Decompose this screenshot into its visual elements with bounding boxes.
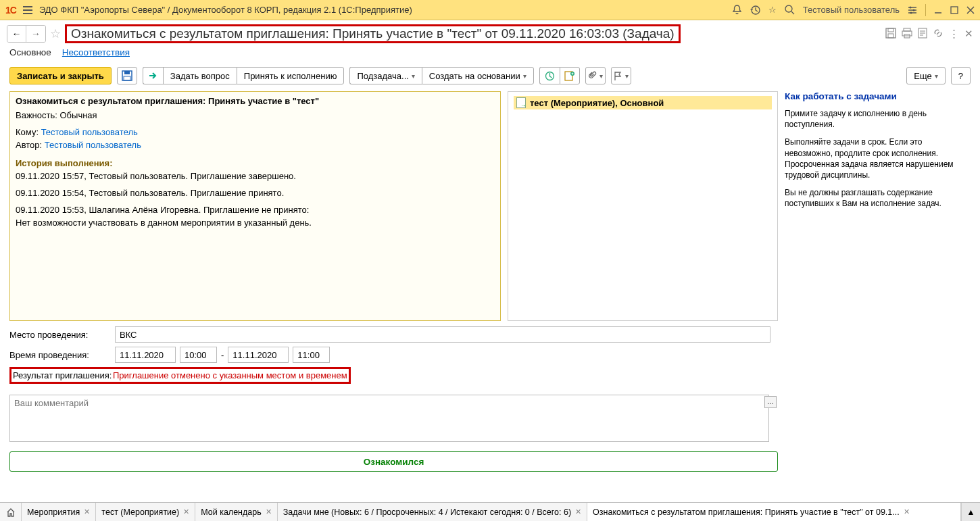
time-from-input[interactable] [180,347,217,363]
tab-main[interactable]: Основное [9,47,51,60]
forward-icon-button[interactable] [143,67,163,84]
add-note-icon-button[interactable] [560,67,580,84]
save-button[interactable] [117,67,137,84]
svg-rect-14 [124,71,130,74]
save-icon[interactable] [885,28,896,40]
tab-label: Мой календарь [201,507,262,517]
task-details-pane: Ознакомиться с результатом приглашения: … [9,91,501,321]
scroll-up-button[interactable]: ▲ [961,503,980,521]
tab-close-icon[interactable]: ✕ [183,507,189,516]
action-bar: Записать и закрыть Задать вопрос Принять… [0,67,980,91]
history-entry: Нет возможности участвовать в данном мер… [16,218,495,228]
create-based-on-button[interactable]: Создать на основании [422,67,534,84]
svg-rect-5 [951,7,958,14]
home-tab[interactable] [0,503,22,521]
tab-close-icon[interactable]: ✕ [575,507,581,516]
ask-question-button[interactable]: Задать вопрос [163,67,237,84]
attachment-item[interactable]: тест (Мероприятие), Основной [514,96,772,109]
to-label: Кому: [16,127,39,137]
tab-nonconformities[interactable]: Несоответствия [62,47,130,60]
place-input[interactable] [115,326,770,343]
titlebar: 1C ЭДО ФКП "Аэропорты Севера" / Документ… [0,0,980,20]
app-logo: 1C [5,5,16,16]
tab-close-icon[interactable]: ✕ [266,507,272,516]
content-area: Ознакомиться с результатом приглашения: … [0,91,980,472]
to-link[interactable]: Тестовый пользователь [41,127,138,137]
accept-execution-button[interactable]: Принять к исполнению [237,67,345,84]
svg-rect-10 [902,31,912,36]
close-icon[interactable] [966,6,975,14]
svg-rect-6 [886,28,896,38]
attachment-name: тест (Мероприятие), Основной [530,98,664,108]
svg-point-1 [785,5,792,12]
favorite-icon[interactable]: ☆ [50,26,61,41]
date-to-input[interactable] [228,347,289,363]
flag-icon-button[interactable] [611,67,631,84]
tab-my-tasks[interactable]: Задачи мне (Новых: 6 / Просроченных: 4 /… [278,503,587,521]
star-icon[interactable]: ☆ [768,5,777,15]
link-icon[interactable] [933,28,944,40]
hamburger-icon[interactable] [23,6,32,14]
tab-label: тест (Мероприятие) [101,507,179,517]
acknowledged-button[interactable]: Ознакомился [9,451,778,472]
document-icon[interactable] [918,28,927,40]
clock-icon-button[interactable] [539,67,560,84]
task-header: Ознакомиться с результатом приглашения: … [16,96,319,106]
tab-test-event[interactable]: тест (Мероприятие) ✕ [96,503,195,521]
nav-back-button[interactable]: ← [7,26,26,42]
settings-icon[interactable] [908,5,917,15]
subtask-button[interactable]: Подзадача... [349,67,421,84]
svg-rect-15 [124,76,130,80]
bell-icon[interactable] [732,5,742,15]
fields-block: Место проведения: Время проведения: - Ре… [9,326,778,388]
close-panel-icon[interactable]: ✕ [964,28,973,40]
time-to-input[interactable] [293,347,330,363]
page-header-row: ← → ☆ Ознакомиться с результатом приглаш… [0,20,980,47]
document-icon [516,97,526,108]
tab-my-calendar[interactable]: Мой календарь ✕ [195,503,278,521]
nav-buttons: ← → [7,25,46,43]
history-entry: 09.11.2020 15:54, Тестовый пользователь.… [16,188,495,198]
help-text: Выполняйте задачи в срок. Если это невоз… [785,137,971,180]
date-from-input[interactable] [115,347,176,363]
highlighted-result-row: Результат приглашения: Приглашение отмен… [9,367,351,384]
history-icon[interactable] [750,5,760,15]
svg-rect-8 [888,34,893,38]
print-icon[interactable] [902,28,912,40]
expand-comment-button[interactable]: … [764,396,777,408]
search-icon[interactable] [785,5,795,15]
help-text: Вы не должны разглашать содержание посту… [785,187,971,209]
help-title: Как работать с задачами [785,91,971,101]
nav-forward-button[interactable]: → [26,26,45,42]
view-tabs: Основное Несоответствия [0,47,980,67]
svg-rect-9 [904,28,910,31]
history-entry: 09.11.2020 15:53, Шалагина Алёна Игоревн… [16,205,495,215]
comment-textarea[interactable] [9,395,769,442]
save-and-close-button[interactable]: Записать и закрыть [9,67,112,84]
time-dash: - [221,350,224,360]
importance-label: Важность: [16,110,57,120]
minimize-icon[interactable] [934,6,942,14]
tab-close-icon[interactable]: ✕ [84,507,90,516]
author-link[interactable]: Тестовый пользователь [45,140,141,150]
help-button[interactable]: ? [951,67,971,84]
result-value: Приглашение отменено с указанным местом … [113,370,347,380]
kebab-icon[interactable]: ⋮ [949,28,959,40]
attachments-pane: тест (Мероприятие), Основной [508,91,778,321]
tab-events[interactable]: Мероприятия ✕ [22,503,96,521]
svg-point-4 [910,11,912,14]
tab-current[interactable]: Ознакомиться с результатом приглашения: … [587,503,961,521]
svg-point-3 [913,9,915,11]
tab-label: Мероприятия [27,507,80,517]
attachment-icon-button[interactable] [585,67,606,84]
history-title: История выполнения: [16,158,495,168]
maximize-icon[interactable] [950,6,958,14]
time-label: Время проведения: [9,350,111,360]
more-button[interactable]: Еще [906,67,945,84]
tab-label: Задачи мне (Новых: 6 / Просроченных: 4 /… [283,507,571,517]
window-tabs: Мероприятия ✕ тест (Мероприятие) ✕ Мой к… [0,502,980,521]
tab-close-icon[interactable]: ✕ [904,507,910,516]
divider [925,4,926,16]
app-title: ЭДО ФКП "Аэропорты Севера" / Документооб… [39,5,732,15]
user-name[interactable]: Тестовый пользователь [803,5,900,15]
